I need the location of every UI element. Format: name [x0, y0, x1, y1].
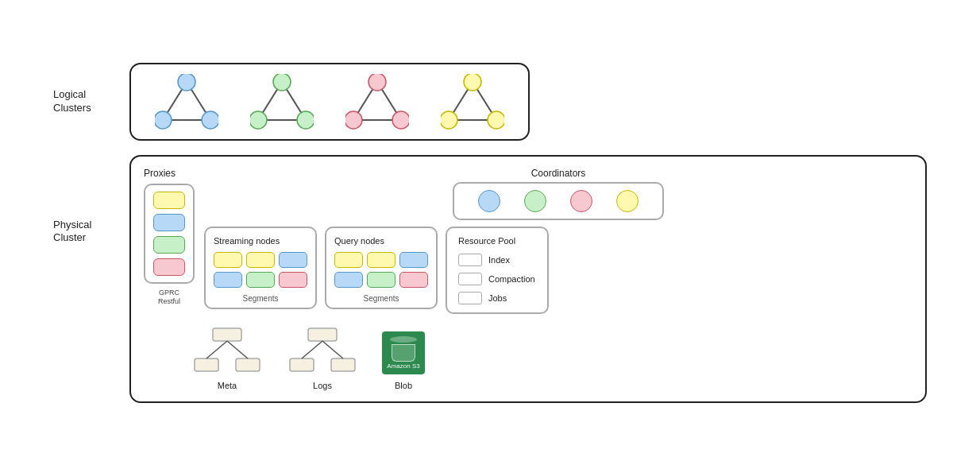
svg-rect-29 — [308, 328, 337, 341]
logical-clusters-label: LogicalClusters — [53, 88, 117, 115]
sn-b2 — [214, 272, 242, 288]
proxy-blue — [153, 214, 185, 231]
svg-rect-26 — [236, 358, 260, 371]
coordinator-green — [524, 190, 546, 212]
svg-line-27 — [206, 341, 227, 358]
coordinators-label: Coordinators — [531, 168, 586, 179]
query-segments-label: Segments — [334, 294, 428, 303]
coordinator-yellow — [616, 190, 639, 212]
physical-cluster-label: PhysicalCluster — [53, 155, 117, 246]
resource-compaction: Compaction — [458, 273, 536, 285]
logical-clusters-box — [129, 63, 530, 141]
svg-point-21 — [464, 74, 481, 91]
physical-cluster-box: Proxies GPRCRestful Coordinators — [129, 155, 927, 403]
coordinators-area: Coordinators — [204, 168, 912, 220]
s3-bucket-icon: Amazon S3 — [382, 331, 425, 374]
cluster-green — [250, 74, 314, 130]
sn-y1 — [214, 252, 242, 268]
logs-label: Logs — [313, 381, 332, 390]
blob-storage: Amazon S3 Blob — [382, 331, 425, 390]
logs-tree-diagram — [287, 327, 358, 374]
logical-clusters-section: LogicalClusters — [53, 63, 927, 141]
resource-pool-title: Resource Pool — [458, 236, 536, 246]
svg-point-23 — [488, 111, 504, 129]
coordinator-blue — [478, 190, 500, 212]
right-column: Coordinators Streaming nodes — [204, 168, 912, 314]
svg-point-22 — [441, 111, 457, 129]
query-nodes-grid-1 — [334, 252, 428, 288]
proxy-yellow — [153, 192, 185, 209]
qn-y1 — [334, 252, 363, 268]
proxies-nodes-box — [144, 184, 195, 284]
qn-b1 — [399, 252, 428, 268]
s3-text-label: Amazon S3 — [387, 362, 419, 370]
sn-p1 — [279, 272, 307, 288]
gprc-label: GPRCRestful — [144, 289, 195, 307]
svg-rect-30 — [290, 358, 314, 371]
svg-line-33 — [322, 341, 343, 358]
svg-point-9 — [273, 74, 291, 91]
cluster-yellow — [441, 74, 504, 130]
streaming-segments-label: Segments — [214, 294, 307, 303]
streaming-nodes-grid-1 — [214, 252, 307, 288]
qn-p1 — [399, 272, 428, 288]
qn-y2 — [367, 252, 395, 268]
cluster-blue — [155, 74, 218, 130]
svg-line-32 — [302, 341, 322, 358]
resource-compaction-label: Compaction — [488, 274, 535, 284]
streaming-nodes-title: Streaming nodes — [214, 236, 307, 246]
resource-jobs-label: Jobs — [488, 293, 507, 303]
svg-point-10 — [250, 111, 267, 129]
resource-jobs-box — [458, 292, 482, 304]
resource-index-label: Index — [488, 255, 510, 265]
main-container: LogicalClusters — [53, 63, 927, 403]
svg-point-16 — [345, 111, 362, 129]
svg-point-3 — [178, 74, 195, 91]
meta-tree-diagram — [191, 327, 263, 374]
svg-rect-25 — [195, 358, 218, 371]
svg-point-4 — [155, 111, 172, 129]
resource-compaction-box — [458, 273, 482, 285]
svg-rect-31 — [331, 358, 355, 371]
svg-point-5 — [202, 111, 218, 129]
proxies-column: Proxies GPRCRestful — [144, 168, 195, 307]
blob-label: Blob — [395, 381, 412, 390]
logs-storage: Logs — [287, 327, 358, 390]
resource-jobs: Jobs — [458, 292, 536, 304]
meta-storage: Meta — [191, 327, 263, 390]
resource-index-box — [458, 254, 482, 266]
svg-rect-24 — [213, 328, 241, 341]
coordinators-box — [453, 182, 664, 220]
physical-cluster-section: PhysicalCluster Proxies GPRCRestful — [53, 155, 927, 403]
nodes-row: Streaming nodes Segments — [204, 227, 912, 314]
proxy-green — [153, 236, 185, 254]
svg-point-17 — [392, 111, 409, 129]
proxies-label: Proxies — [144, 168, 195, 179]
bucket-top — [390, 336, 417, 343]
sn-y2 — [246, 252, 275, 268]
svg-point-15 — [368, 74, 386, 91]
sn-g1 — [246, 272, 275, 288]
pc-top: Proxies GPRCRestful Coordinators — [144, 168, 912, 314]
cluster-pink — [345, 74, 409, 130]
coordinator-pink — [570, 190, 592, 212]
svg-point-11 — [297, 111, 314, 129]
meta-label: Meta — [218, 381, 237, 390]
qn-g1 — [367, 272, 395, 288]
pc-bottom: Meta Logs — [144, 327, 912, 390]
bucket-body — [392, 344, 415, 362]
proxy-pink — [153, 258, 185, 276]
streaming-nodes-box: Streaming nodes Segments — [204, 227, 317, 309]
qn-b2 — [334, 272, 363, 288]
query-nodes-box: Query nodes Segments — [325, 227, 438, 309]
query-nodes-title: Query nodes — [334, 236, 428, 246]
resource-index: Index — [458, 254, 536, 266]
resource-pool-box: Resource Pool Index Compaction — [446, 227, 549, 314]
svg-line-28 — [227, 341, 248, 358]
sn-b1 — [279, 252, 307, 268]
